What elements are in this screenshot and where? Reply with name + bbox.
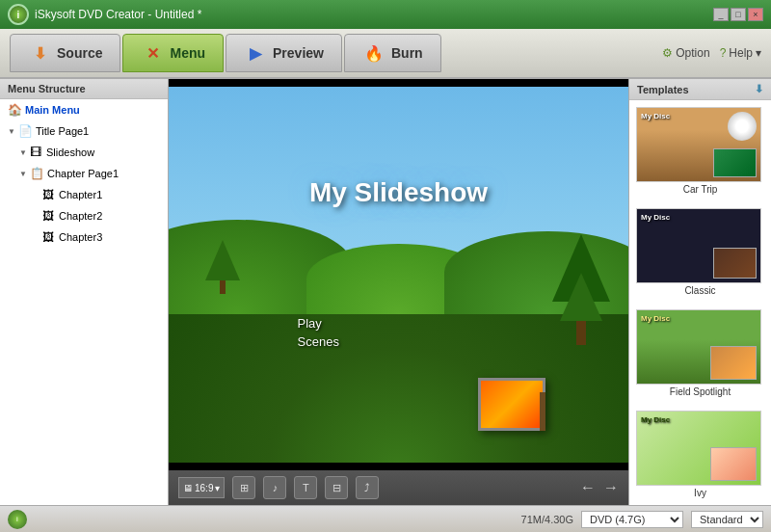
tree-item-main-menu[interactable]: 🏠 Main Menu [0, 99, 168, 120]
toolbar-right: ⚙ Option ? Help ▾ [662, 46, 761, 60]
title-bar-left: i iSkysoft DVD Creator - Untitled * [8, 4, 201, 25]
templates-list[interactable]: My Disc Car Trip My Disc Classic My Disc [629, 100, 771, 505]
cartrip-disc-icon [728, 112, 757, 141]
tree-trunk-icon [576, 321, 586, 345]
export-button[interactable]: ⤴ [356, 476, 379, 499]
size-label: 71M/4.30G [521, 514, 573, 525]
title-controls[interactable]: _ □ × [713, 8, 763, 21]
maximize-button[interactable]: □ [731, 8, 746, 21]
option-button[interactable]: ⚙ Option [662, 46, 709, 60]
monitor-icon: 🖥 [183, 483, 193, 493]
quality-select[interactable]: Standard High Best [691, 511, 763, 528]
panel-header: Menu Structure [0, 79, 168, 99]
small-tree-trunk [220, 280, 226, 294]
tree-item-chapter-page1[interactable]: ▼ 📋 Chapter Page1 [0, 163, 168, 184]
left-panel: Menu Structure 🏠 Main Menu ▼ 📄 Title Pag… [0, 79, 169, 505]
next-button[interactable]: → [603, 479, 619, 496]
grid-button[interactable]: ⊟ [325, 476, 348, 499]
tree-item-chapter1[interactable]: 🖼 Chapter1 [0, 184, 168, 205]
dvd-preview: My Slideshow Play Scenes [169, 79, 628, 470]
slideshow-icon: 🎞 [30, 146, 43, 159]
title-text: iSkysoft DVD Creator - Untitled * [35, 8, 201, 21]
preview-label: Preview [273, 45, 324, 61]
preview-scenes-item[interactable]: Scenes [298, 334, 339, 349]
text-button[interactable]: T [294, 476, 317, 499]
black-bar-bottom [169, 463, 628, 470]
template-thumb-ivy: My Disc [636, 411, 761, 486]
template-field-spotlight[interactable]: My Disc Field Spotlight [633, 306, 767, 402]
preview-play-item[interactable]: Play [298, 316, 339, 331]
burn-icon: 🔥 [362, 41, 386, 65]
music-icon: ♪ [273, 482, 279, 493]
template-thumb-car-trip: My Disc [636, 107, 761, 182]
app-logo: i [8, 4, 29, 25]
chapter-page-icon: 📋 [30, 167, 44, 180]
template-classic[interactable]: My Disc Classic [633, 205, 767, 301]
menu-icon: ✕ [141, 41, 164, 65]
disc-type-select[interactable]: DVD (4.7G) DVD-DL (8.5G) Blu-ray (25G) [581, 511, 683, 528]
option-label: Option [676, 46, 709, 60]
classic-photo [713, 248, 757, 279]
source-icon: ⬇ [28, 41, 51, 65]
prev-button[interactable]: ← [580, 479, 596, 496]
tree-group [552, 234, 610, 345]
tree-item-slideshow[interactable]: ▼ 🎞 Slideshow [0, 142, 168, 163]
preview-thumbnail [478, 378, 545, 431]
text-icon: T [303, 482, 309, 493]
tree-item-chapter3[interactable]: 🖼 Chapter3 [0, 226, 168, 248]
minimize-button[interactable]: _ [713, 8, 729, 21]
template-thumb-field: My Disc [636, 309, 761, 385]
templates-label: Templates [637, 84, 689, 95]
small-tree-icon [205, 240, 240, 280]
music-button[interactable]: ♪ [263, 476, 286, 499]
cartrip-text: My Disc [641, 112, 670, 120]
monitor-button[interactable]: ⊞ [232, 476, 255, 499]
ratio-arrow-icon: ▾ [215, 483, 220, 493]
black-bar-top [169, 79, 628, 87]
template-ivy[interactable]: My Disc Ivy [633, 408, 767, 503]
download-icon[interactable]: ⬇ [755, 83, 763, 95]
field-photo [710, 346, 757, 380]
main-area: Menu Structure 🏠 Main Menu ▼ 📄 Title Pag… [0, 79, 771, 505]
tree-item-chapter2[interactable]: 🖼 Chapter2 [0, 205, 168, 226]
template-thumb-classic: My Disc [636, 208, 761, 283]
monitor-ctrl-icon: ⊞ [240, 482, 249, 494]
help-button[interactable]: ? Help ▾ [720, 46, 761, 60]
option-icon: ⚙ [662, 46, 673, 60]
page-icon: 📄 [18, 124, 33, 138]
source-label: Source [57, 45, 102, 61]
preview-controls: 🖥 16:9 ▾ ⊞ ♪ T ⊟ ⤴ ← → [169, 470, 628, 505]
menu-tab[interactable]: ✕ Menu [122, 34, 224, 72]
small-tree-group [205, 240, 240, 294]
preview-menu-items: Play Scenes [298, 312, 339, 353]
ivy-photo [710, 447, 757, 481]
help-label: Help [729, 46, 753, 60]
template-car-trip[interactable]: My Disc Car Trip [633, 104, 767, 200]
title-bar: i iSkysoft DVD Creator - Untitled * _ □ … [0, 0, 771, 29]
preview-tab[interactable]: ▶ Preview [226, 34, 342, 72]
expand-icon: ▼ [19, 170, 27, 178]
toolbar: ⬇ Source ✕ Menu ▶ Preview 🔥 Burn ⚙ Optio… [0, 29, 771, 79]
ivy-text: My Disc [641, 415, 670, 424]
ratio-label: 16:9 [195, 483, 213, 493]
template-label-field: Field Spotlight [636, 385, 764, 399]
close-button[interactable]: × [748, 8, 763, 21]
burn-tab[interactable]: 🔥 Burn [344, 34, 441, 72]
field-text: My Disc [641, 314, 670, 323]
cartrip-photo [713, 148, 757, 177]
menu-label: Menu [170, 45, 205, 61]
export-icon: ⤴ [364, 482, 370, 493]
grid-icon: ⊟ [332, 482, 341, 494]
sign-post-icon [540, 392, 545, 431]
tree-mid-icon [560, 273, 602, 321]
source-tab[interactable]: ⬇ Source [10, 34, 120, 72]
templates-panel: Templates ⬇ My Disc Car Trip My Disc Cla… [628, 79, 771, 505]
chapter-icon: 🖼 [42, 188, 56, 201]
preview-title: My Slideshow [309, 177, 488, 208]
classic-text: My Disc [641, 213, 670, 222]
expand-icon: ▼ [19, 148, 27, 157]
ratio-select[interactable]: 🖥 16:9 ▾ [178, 477, 225, 498]
tree-item-title-page1[interactable]: ▼ 📄 Title Page1 [0, 120, 168, 142]
expand-icon: ▼ [8, 127, 15, 136]
preview-container: My Slideshow Play Scenes [169, 79, 628, 470]
